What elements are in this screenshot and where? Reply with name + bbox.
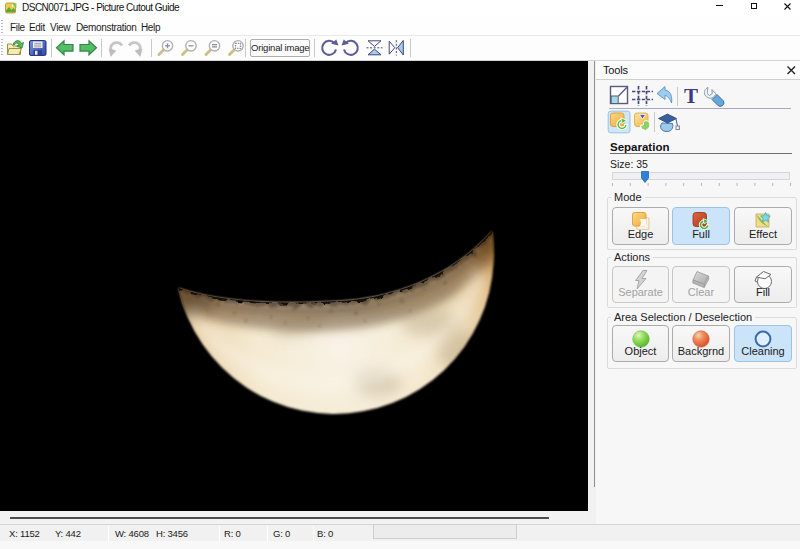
svg-text:T: T [684, 85, 698, 108]
